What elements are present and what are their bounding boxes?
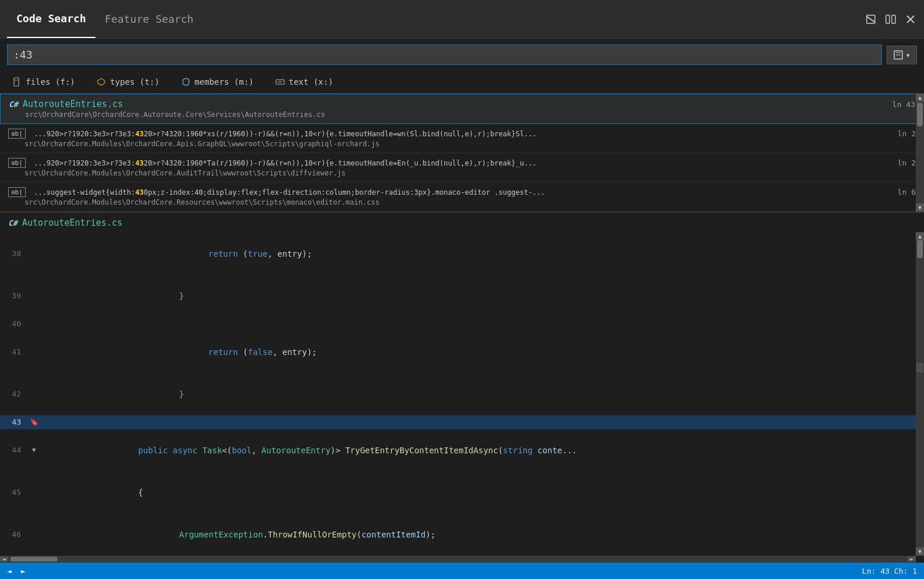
code-viewer-header: C# AutorouteEntries.cs <box>0 212 924 233</box>
line-num-43: 43 <box>0 415 28 429</box>
main-container: ▾ files (f:) types (t:) members ( <box>0 39 924 579</box>
filter-bar: files (f:) types (t:) members (m:) <box>0 71 924 94</box>
filter-files[interactable]: files (f:) <box>7 74 80 89</box>
results-area: C# AutorouteEntries.cs ln 43 src\Orchard… <box>0 94 924 212</box>
code-scrollbar-track <box>916 240 924 547</box>
svg-line-0 <box>867 16 875 22</box>
members-icon <box>181 77 191 87</box>
code-scrollbar[interactable]: ▲ ▼ <box>916 232 924 556</box>
scrollbar-down-arrow[interactable]: ▼ <box>916 204 924 212</box>
line-content-46: ArgumentException.ThrowIfNullOrEmpty(con… <box>40 513 924 556</box>
status-scroll-right[interactable]: ► <box>21 567 26 575</box>
line-num-40: 40 <box>0 317 28 331</box>
svg-rect-2 <box>886 15 889 23</box>
line-content-41: return (false, entry); <box>40 331 924 373</box>
bookmark-icon: 🔖 <box>30 415 39 429</box>
result-linenum-3: ln 6 <box>898 188 916 197</box>
line-content-38: return (true, entry); <box>40 233 924 275</box>
close-icon[interactable] <box>904 13 917 26</box>
code-viewer-cs-badge: C# <box>8 219 18 228</box>
search-input[interactable] <box>7 44 882 65</box>
status-scroll-left[interactable]: ◄ <box>7 567 12 575</box>
code-scroll-up[interactable]: ▲ <box>916 232 924 240</box>
line-num-46: 46 <box>0 528 28 542</box>
text-icon <box>275 77 285 87</box>
svg-rect-3 <box>892 15 895 23</box>
results-scrollbar[interactable]: ▲ ▼ <box>916 94 924 212</box>
result-item-0[interactable]: C# AutorouteEntries.cs ln 43 src\Orchard… <box>0 94 924 124</box>
file-icon <box>12 77 22 87</box>
code-line-44: 44 ▼ public async Task<(bool, AutorouteE… <box>0 429 924 471</box>
result-code-2: ...920>r?1920:3e3>r?3e3:4320>r?4320:1960… <box>34 159 537 167</box>
cs-badge-0: C# <box>9 100 18 109</box>
text-badge-2: ab| <box>8 158 26 168</box>
line-content-42: } <box>40 373 924 415</box>
line-content-44: public async Task<(bool, AutorouteEntry)… <box>40 429 924 471</box>
status-line-col: Ln: 43 Ch: 1 <box>862 567 917 575</box>
svg-rect-11 <box>276 80 284 84</box>
result-linenum-0: ln 43 <box>892 100 915 109</box>
line-gutter-44[interactable]: ▼ <box>28 443 40 457</box>
types-icon <box>96 77 106 87</box>
minimap-indicator <box>916 363 923 373</box>
filter-types[interactable]: types (t:) <box>91 74 164 89</box>
status-left: ◄ ► <box>7 567 26 575</box>
search-bar-container: ▾ <box>0 39 924 71</box>
code-line-41: 41 return (false, entry); <box>0 331 924 373</box>
filter-text[interactable]: text (x:) <box>270 74 338 89</box>
result-path-3: src\OrchardCore.Modules\OrchardCore.Reso… <box>8 198 916 206</box>
scrollbar-up-arrow[interactable]: ▲ <box>916 94 924 102</box>
status-bar: ◄ ► Ln: 43 Ch: 1 <box>0 563 924 579</box>
line-content-45: { <box>40 471 924 513</box>
result-path-2: src\OrchardCore.Modules\OrchardCore.Audi… <box>8 169 916 177</box>
code-line-38: 38 return (true, entry); <box>0 233 924 275</box>
line-content-39: } <box>40 275 924 317</box>
no-preview-icon[interactable] <box>864 13 877 26</box>
h-scroll-track <box>8 557 908 561</box>
filter-members[interactable]: members (m:) <box>176 74 258 89</box>
result-item-3[interactable]: ab| ...suggest-widget{width:430px;z-inde… <box>0 182 924 212</box>
code-line-45: 45 { <box>0 471 924 513</box>
code-line-42: 42 } <box>0 373 924 415</box>
code-line-46: 46 ArgumentException.ThrowIfNullOrEmpty(… <box>0 513 924 556</box>
result-filename-0: AutorouteEntries.cs <box>23 99 123 109</box>
code-scrollbar-thumb <box>917 240 923 258</box>
line-num-41: 41 <box>0 345 28 359</box>
result-item-2[interactable]: ab| ...920>r?1920:3e3>r?3e3:4320>r?4320:… <box>0 153 924 182</box>
code-scroll-down[interactable]: ▼ <box>916 547 924 556</box>
split-editor-icon[interactable] <box>884 13 897 26</box>
horizontal-scrollbar[interactable]: ◄ ► <box>0 556 916 563</box>
result-path-1: src\OrchardCore.Modules\OrchardCore.Apis… <box>8 140 916 148</box>
line-num-38: 38 <box>0 247 28 261</box>
result-code-1: ...920>r?1920:3e3>r?3e3:4320>r?4320:1960… <box>34 130 537 138</box>
result-path-0: src\OrchardCore\OrchardCore.Autoroute.Co… <box>9 111 915 119</box>
h-scrollbar-thumb <box>11 557 57 561</box>
h-scroll-left[interactable]: ◄ <box>0 557 8 561</box>
code-line-39: 39 } <box>0 275 924 317</box>
code-line-43: 43 🔖 <box>0 415 924 429</box>
tab-code-search[interactable]: Code Search <box>7 0 95 38</box>
scrollbar-track <box>916 102 924 204</box>
result-linenum-2: ln 2 <box>898 158 916 167</box>
scrollbar-thumb <box>917 103 923 126</box>
line-num-44: 44 <box>0 443 28 457</box>
text-badge-1: ab| <box>8 129 26 139</box>
search-dropdown-btn[interactable]: ▾ <box>887 46 917 64</box>
svg-rect-9 <box>14 78 19 86</box>
code-viewer: 38 return (true, entry); 39 } 40 <box>0 233 924 579</box>
line-num-42: 42 <box>0 387 28 401</box>
result-code-3: ...suggest-widget{width:430px;z-index:40… <box>34 188 545 197</box>
result-item-1[interactable]: ab| ...920>r?1920:3e3>r?3e3:4320>r?4320:… <box>0 124 924 153</box>
code-line-40: 40 <box>0 317 924 331</box>
line-num-45: 45 <box>0 485 28 499</box>
title-bar-icons <box>864 13 917 26</box>
result-linenum-1: ln 2 <box>898 129 916 138</box>
line-num-39: 39 <box>0 289 28 303</box>
code-area: C# AutorouteEntries.cs 38 return (true, … <box>0 212 924 579</box>
code-viewer-filename: AutorouteEntries.cs <box>22 218 123 228</box>
title-bar: Code Search Feature Search <box>0 0 924 39</box>
status-right: Ln: 43 Ch: 1 <box>862 567 917 575</box>
text-badge-3: ab| <box>8 187 26 197</box>
h-scroll-right[interactable]: ► <box>908 557 916 561</box>
tab-feature-search[interactable]: Feature Search <box>95 0 203 38</box>
